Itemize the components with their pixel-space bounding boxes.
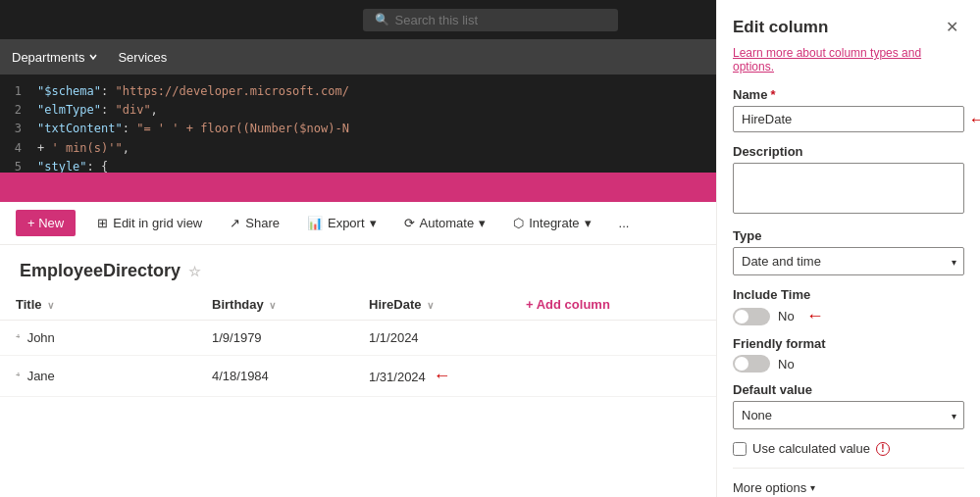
use-calculated-label: Use calculated value [752, 441, 870, 456]
pink-banner [0, 173, 716, 202]
table-row: ⁴ Jane 4/18/1984 1/31/2024 ← [0, 356, 716, 397]
description-label: Description [733, 144, 964, 159]
code-editor: 1234567 "$schema": "https://developer.mi… [0, 75, 716, 173]
col-header-add[interactable]: + Add column [510, 289, 716, 321]
friendly-format-value: No [778, 357, 795, 372]
more-toolbar-label: ... [619, 216, 630, 230]
chevron-down-icon [88, 52, 98, 62]
name-required-indicator: * [770, 87, 775, 102]
info-icon[interactable]: ! [876, 442, 890, 456]
edit-grid-label: Edit in grid view [113, 216, 202, 230]
col-header-birthday[interactable]: Birthday ∨ [196, 289, 353, 321]
panel-title: Edit column [733, 18, 828, 37]
type-label: Type [733, 228, 964, 243]
description-input[interactable] [733, 163, 964, 214]
cell-hiredate-john: 1/1/2024 [353, 321, 510, 356]
cell-title-john: ⁴ John [0, 321, 196, 356]
toolbar: + New ⊞ Edit in grid view ↗ Share 📊 Expo… [0, 202, 716, 245]
friendly-format-toggle[interactable] [733, 355, 770, 373]
list-title: EmployeeDirectory [20, 261, 181, 281]
default-value-select-wrapper: None Today ▾ [733, 401, 964, 429]
new-button[interactable]: + New [16, 210, 76, 236]
cell-birthday-john: 1/9/1979 [196, 321, 353, 356]
line-numbers: 1234567 [0, 75, 29, 173]
share-button[interactable]: ↗ Share [224, 212, 285, 234]
arrow-annotation-jane: ← [433, 366, 450, 385]
edit-column-panel: Edit column ✕ Learn more about column ty… [716, 0, 980, 497]
use-calculated-checkbox[interactable] [733, 442, 747, 456]
table-row: ⁴ John 1/9/1979 1/1/2024 [0, 321, 716, 356]
type-select-wrapper: Date and time Single line of text Number… [733, 247, 964, 275]
include-time-row: No ← [733, 306, 964, 326]
more-toolbar-button[interactable]: ... [613, 212, 636, 234]
panel-separator [733, 468, 964, 469]
cell-extra-jane [510, 356, 716, 397]
automate-label: Automate [420, 216, 475, 230]
code-content: "$schema": "https://developer.microsoft.… [29, 75, 357, 173]
arrow-annotation-name: ← [968, 109, 980, 129]
default-value-select[interactable]: None Today [733, 401, 964, 429]
list-title-row: EmployeeDirectory ☆ [0, 245, 716, 289]
include-time-value: No [778, 309, 795, 323]
row-icon-john: ⁴ [16, 332, 20, 344]
automate-button[interactable]: ⟳ Automate ▾ [398, 212, 492, 234]
integrate-label: Integrate [529, 216, 579, 230]
integrate-button[interactable]: ⬡ Integrate ▾ [507, 212, 596, 234]
list-area: EmployeeDirectory ☆ Title ∨ Birthday ∨ H… [0, 245, 716, 497]
share-label: Share [245, 216, 280, 230]
favorite-star-icon[interactable]: ☆ [188, 264, 201, 279]
learn-more-link[interactable]: Learn more about column types and option… [733, 46, 964, 74]
table-header-row: Title ∨ Birthday ∨ HireDate ∨ + Add colu… [0, 289, 716, 321]
nav-services-label: Services [118, 50, 167, 65]
sort-icon-birthday: ∨ [269, 300, 276, 311]
col-header-hiredate[interactable]: HireDate ∨ [353, 289, 510, 321]
nav-departments-label: Departments [12, 50, 84, 65]
default-value-label: Default value [733, 382, 964, 397]
sort-icon-hiredate: ∨ [427, 300, 434, 311]
name-input[interactable] [733, 106, 964, 132]
more-options-button[interactable]: More options ▾ [733, 476, 964, 497]
cell-title-jane: ⁴ Jane [0, 356, 196, 397]
search-input[interactable] [395, 13, 606, 27]
export-chevron-icon: ▾ [370, 216, 377, 230]
export-icon: 📊 [307, 216, 323, 230]
integrate-chevron-icon: ▾ [585, 216, 592, 230]
row-icon-jane: ⁴ [16, 371, 20, 382]
name-field-label: Name * [733, 87, 964, 102]
arrow-annotation-include-time: ← [806, 306, 824, 326]
grid-icon: ⊞ [97, 216, 108, 230]
automate-chevron-icon: ▾ [479, 216, 486, 230]
include-time-toggle[interactable] [733, 308, 770, 325]
integrate-icon: ⬡ [513, 216, 524, 230]
close-panel-button[interactable]: ✕ [940, 16, 964, 38]
include-time-label: Include Time [733, 287, 964, 302]
friendly-format-row: No [733, 355, 964, 373]
export-label: Export [328, 216, 365, 230]
cell-hiredate-jane: 1/31/2024 ← [353, 356, 510, 397]
automate-icon: ⟳ [404, 216, 415, 230]
sort-icon-title: ∨ [47, 300, 54, 311]
cell-extra-john [510, 321, 716, 356]
use-calculated-row: Use calculated value ! [733, 441, 964, 456]
data-table: Title ∨ Birthday ∨ HireDate ∨ + Add colu… [0, 289, 716, 397]
export-button[interactable]: 📊 Export ▾ [301, 212, 383, 234]
nav-item-services[interactable]: Services [118, 50, 167, 65]
type-select[interactable]: Date and time Single line of text Number… [733, 247, 964, 275]
search-icon: 🔍 [375, 13, 389, 26]
edit-grid-button[interactable]: ⊞ Edit in grid view [91, 212, 208, 234]
search-box[interactable]: 🔍 [363, 9, 618, 31]
cell-birthday-jane: 4/18/1984 [196, 356, 353, 397]
col-header-title[interactable]: Title ∨ [0, 289, 196, 321]
more-options-chevron-icon: ▾ [810, 482, 815, 493]
more-options-label: More options [733, 480, 806, 495]
share-icon: ↗ [230, 216, 240, 230]
friendly-format-label: Friendly format [733, 336, 964, 351]
nav-item-departments[interactable]: Departments [12, 50, 98, 65]
name-input-wrapper: ← [733, 106, 964, 132]
panel-header: Edit column ✕ [733, 16, 964, 38]
